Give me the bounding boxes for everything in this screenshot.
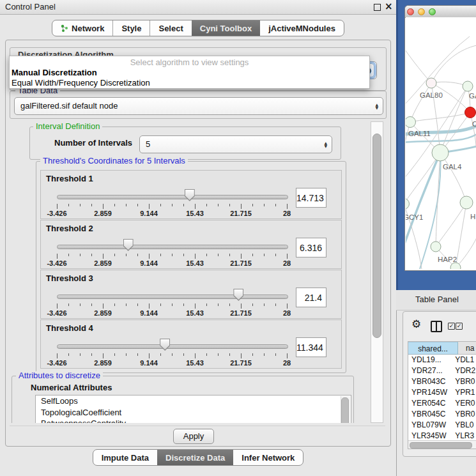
table-row[interactable]: YDR27...YDR2	[408, 365, 476, 376]
apply-button[interactable]: Apply	[173, 429, 214, 444]
threshold-1-label: Threshold 1	[46, 174, 93, 183]
cell-name[interactable]: YBR0	[452, 409, 476, 420]
threshold-3-value-field[interactable]: 21.4	[296, 288, 326, 307]
cell-shared-name[interactable]: YBR043C	[408, 376, 452, 387]
cell-shared-name[interactable]: YDR27...	[408, 365, 452, 376]
table-row[interactable]: YDL19...YDL1	[408, 355, 476, 365]
cell-shared-name[interactable]: YBL079W	[408, 420, 452, 431]
slider-tick	[183, 303, 184, 306]
slider-thumb[interactable]	[233, 289, 243, 301]
slider-tick	[252, 353, 253, 356]
threshold-4-value-field[interactable]: 11.344	[296, 337, 326, 357]
list-item-selfloops[interactable]: SelfLoops	[36, 395, 351, 407]
settings-scrollbar[interactable]	[371, 121, 383, 423]
table-panel: ⚙ ✓ ✓ shared... na YDL19...YDL1YDR27...Y…	[403, 311, 476, 457]
slider-tick	[137, 353, 138, 356]
network-node-c[interactable]	[465, 107, 476, 118]
control-panel-titlebar: Control Panel ×	[0, 0, 396, 15]
network-node-label: C	[472, 120, 476, 128]
network-node-gcy1[interactable]	[406, 199, 410, 210]
threshold-1-value-field[interactable]: 14.713	[296, 188, 326, 208]
table-row[interactable]: YER054CYER0	[408, 398, 476, 409]
close-traffic-light[interactable]	[407, 8, 414, 15]
slider-thumb[interactable]	[185, 189, 195, 201]
zoom-traffic-light[interactable]	[429, 8, 436, 15]
tab-impute-data[interactable]: Impute Data	[93, 450, 157, 465]
column-header-shared-name[interactable]: shared...	[408, 342, 458, 355]
table-row[interactable]: YPR145WYPR1	[408, 387, 476, 398]
slider-thumb[interactable]	[160, 339, 170, 351]
tab-discretize-data[interactable]: Discretize Data	[157, 450, 233, 465]
list-scrollbar[interactable]	[341, 396, 350, 423]
cell-name[interactable]: YBL0	[452, 420, 476, 431]
cell-shared-name[interactable]: YDL19...	[408, 355, 452, 365]
cell-shared-name[interactable]: YPR145W	[408, 387, 452, 398]
algorithm-dropdown-popup: Select algorithm to view settings Manual…	[9, 56, 370, 89]
cell-name[interactable]: YBR0	[452, 376, 476, 387]
table-horizontal-scrollbar-thumb[interactable]	[410, 442, 472, 449]
cell-name[interactable]: YDL1	[452, 355, 476, 365]
network-node-gal80[interactable]	[426, 78, 436, 88]
list-scrollbar-thumb[interactable]	[341, 397, 349, 423]
slider-thumb[interactable]	[123, 239, 134, 251]
slider-tick-label: -3.426	[47, 309, 66, 317]
dropdown-option-equal-width-frequency[interactable]: Equal Width/Frequency Discretization	[12, 78, 150, 88]
cell-shared-name[interactable]: YER054C	[408, 398, 452, 409]
slider-tick-label: -3.426	[47, 359, 66, 367]
close-icon[interactable]: ×	[385, 1, 393, 12]
network-edge	[440, 86, 468, 153]
network-node-gal4[interactable]	[432, 144, 449, 161]
column-header-name[interactable]: na	[458, 342, 476, 355]
network-node-ga[interactable]	[463, 81, 473, 91]
split-panel-icon[interactable]	[431, 321, 442, 332]
dropdown-option-manual-discretization[interactable]: Manual Discretization	[12, 68, 97, 77]
slider-tick	[68, 204, 69, 206]
tab-cyni-toolbox[interactable]: Cyni Toolbox	[192, 20, 260, 36]
cell-name[interactable]: YPR1	[452, 387, 476, 398]
checkbox-icon-2[interactable]: ✓	[456, 323, 463, 330]
checkbox-icon-1[interactable]: ✓	[448, 323, 455, 330]
slider-track[interactable]	[57, 344, 288, 349]
network-node-gal11[interactable]	[406, 117, 416, 128]
network-canvas[interactable]: GAL80GACGAL11GAL4GCY1HHAP2	[406, 17, 476, 269]
slider-tick-label: 9.144	[140, 259, 158, 267]
list-item-betweennesscentrality[interactable]: BetweennessCentrality	[36, 418, 351, 423]
minimize-traffic-light[interactable]	[418, 8, 425, 15]
slider-tick	[114, 254, 115, 256]
network-edge	[431, 82, 468, 86]
slider-tick	[264, 303, 265, 306]
threshold-2-value-field[interactable]: 6.316	[296, 238, 326, 257]
slider-track[interactable]	[57, 295, 288, 299]
slider-tick	[241, 353, 242, 358]
float-window-icon[interactable]	[374, 4, 381, 11]
gear-icon[interactable]: ⚙	[411, 318, 421, 330]
settings-scrollbar-thumb[interactable]	[372, 134, 381, 338]
network-window-titlebar	[405, 6, 476, 18]
table-row[interactable]: YBL079WYBL0	[408, 420, 476, 431]
network-edge	[436, 153, 440, 247]
list-item-topologicalcoefficient[interactable]: TopologicalCoefficient	[36, 407, 351, 418]
table-horizontal-scrollbar[interactable]	[408, 440, 476, 449]
slider-track[interactable]	[57, 245, 288, 249]
table-row[interactable]: YBR045CYBR0	[408, 409, 476, 420]
table-row[interactable]: YBR043CYBR0	[408, 376, 476, 387]
network-node-hap2[interactable]	[431, 242, 441, 252]
slider-track[interactable]	[57, 195, 288, 199]
tab-jactivemnodules[interactable]: jActiveMNodules	[260, 20, 344, 36]
cell-name[interactable]: YER0	[452, 398, 476, 409]
cell-name[interactable]: YDR2	[452, 365, 476, 376]
slider-tick	[103, 303, 104, 309]
network-edge	[410, 83, 431, 122]
number-of-intervals-combobox[interactable]: 5 ▲▼	[139, 135, 332, 153]
tab-infer-network[interactable]: Infer Network	[233, 450, 303, 465]
network-node-h[interactable]	[460, 196, 473, 209]
network-node-label: GCY1	[406, 213, 423, 221]
tab-network[interactable]: Network	[52, 20, 112, 36]
network-edge	[410, 112, 470, 122]
table-data-combobox[interactable]: galFiltered.sif default node ▲▼	[14, 97, 383, 115]
network-window: GAL80GACGAL11GAL4GCY1HHAP2	[404, 5, 476, 271]
tab-style[interactable]: Style	[112, 20, 150, 36]
cell-shared-name[interactable]: YBR045C	[408, 409, 452, 420]
slider-tick	[137, 254, 138, 256]
tab-select[interactable]: Select	[150, 20, 191, 36]
